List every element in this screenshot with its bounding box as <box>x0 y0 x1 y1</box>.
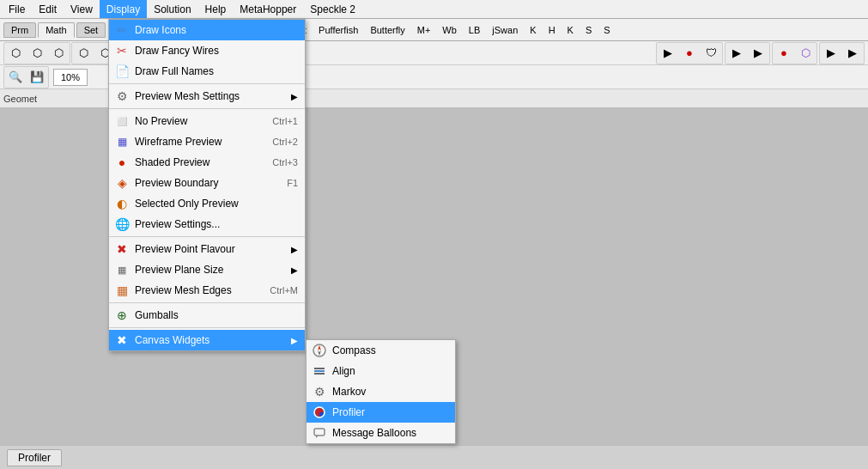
toolbar-icon-r1[interactable]: ▶ <box>658 44 678 63</box>
submenu-item-markov[interactable]: ⚙ Markov <box>307 381 455 402</box>
draw-icons-icon: ✏ <box>114 22 130 38</box>
preview-plane-size-icon: ▦ <box>114 262 130 277</box>
menu-item-shaded-preview[interactable]: ● Shaded Preview Ctrl+3 <box>109 152 305 173</box>
menu-item-no-preview[interactable]: ⬜ No Preview Ctrl+1 <box>109 111 305 131</box>
markov-icon: ⚙ <box>312 384 327 399</box>
menu-item-draw-icons[interactable]: ✏ Draw Icons <box>109 20 305 40</box>
canvas-widgets-icon: ✖ <box>114 332 130 348</box>
menu-item-selected-only-preview[interactable]: ◐ Selected Only Preview <box>109 193 305 214</box>
menu-bar: File Edit View Display Solution Help Met… <box>0 0 868 19</box>
tab-s2[interactable]: S <box>598 23 615 37</box>
menu-sep-4 <box>109 302 305 303</box>
menu-item-preview-point-flavour[interactable]: ✖ Preview Point Flavour ▶ <box>109 239 305 259</box>
menu-item-gumballs[interactable]: ⊕ Gumballs <box>109 305 305 326</box>
gumballs-icon: ⊕ <box>114 308 130 323</box>
toolbar-icon-r2[interactable]: ● <box>679 44 700 63</box>
menu-item-preview-mesh-edges[interactable]: ▦ Preview Mesh Edges Ctrl+M <box>109 280 305 301</box>
tab-set[interactable]: Set <box>76 22 106 38</box>
tab-wb[interactable]: Wb <box>437 23 462 37</box>
profiler-bar: Profiler <box>0 445 868 469</box>
toolbar-icon-r7[interactable]: ⬡ <box>795 44 816 63</box>
zoom-input[interactable] <box>53 69 88 86</box>
menu-solution[interactable]: Solution <box>147 0 197 18</box>
draw-fancy-wires-icon: ✂ <box>114 43 130 58</box>
toolbar-icon-hexagon1[interactable]: ⬡ <box>5 44 26 63</box>
compass-icon <box>312 343 327 358</box>
menu-item-canvas-widgets[interactable]: ✖ Canvas Widgets ▶ <box>109 330 305 350</box>
menu-item-preview-mesh-settings[interactable]: ⚙ Preview Mesh Settings ▶ <box>109 86 305 107</box>
toolbar-icon-hexagon3[interactable]: ⬡ <box>48 44 69 63</box>
menu-metahopper[interactable]: MetaHopper <box>233 0 303 18</box>
tab-lb[interactable]: LB <box>464 23 485 37</box>
toolbar-icon-r3[interactable]: 🛡 <box>701 44 721 63</box>
menu-item-draw-fancy-wires[interactable]: ✂ Draw Fancy Wires <box>109 40 305 61</box>
toolbar-icon-r5[interactable]: ▶ <box>748 44 768 63</box>
preview-mesh-settings-icon: ⚙ <box>114 88 130 104</box>
canvas-widgets-arrow: ▶ <box>291 336 298 345</box>
tab-butterfly[interactable]: Butterfly <box>365 23 410 37</box>
tab-math[interactable]: Math <box>38 22 74 38</box>
preview-point-flavour-icon: ✖ <box>114 241 130 257</box>
profiler-tab[interactable]: Profiler <box>7 449 62 466</box>
menu-item-wireframe-preview[interactable]: ▦ Wireframe Preview Ctrl+2 <box>109 131 305 152</box>
menu-item-preview-boundary[interactable]: ◈ Preview Boundary F1 <box>109 173 305 193</box>
submenu-item-align[interactable]: Align <box>307 361 455 381</box>
menu-file[interactable]: File <box>2 0 32 18</box>
icon-group-right3: ● ⬡ <box>772 42 817 64</box>
menu-help[interactable]: Help <box>198 0 234 18</box>
menu-item-draw-full-names[interactable]: 📄 Draw Full Names <box>109 61 305 82</box>
menu-view[interactable]: View <box>64 0 100 18</box>
menu-sep-1 <box>109 83 305 84</box>
shaded-preview-icon: ● <box>114 155 130 170</box>
toolbar-icon-hex4[interactable]: ⬡ <box>73 44 94 63</box>
menu-sep-5 <box>109 327 305 328</box>
tab-pufferfish[interactable]: Pufferfish <box>313 23 363 37</box>
menu-edit[interactable]: Edit <box>32 0 64 18</box>
toolbar-icon-hexagon2[interactable]: ⬡ <box>27 44 47 63</box>
svg-marker-1 <box>318 345 321 350</box>
toolbar-icon-2r1[interactable]: 🔍 <box>5 68 26 87</box>
tab-mplus[interactable]: M+ <box>412 23 436 37</box>
submenu-item-message-balloons[interactable]: Message Balloons <box>307 423 455 443</box>
icon-group-right1: ▶ ● 🛡 <box>656 42 723 64</box>
plane-size-arrow: ▶ <box>291 265 298 275</box>
tab-h[interactable]: H <box>543 23 561 37</box>
icon-group-row2-1: 🔍 💾 <box>3 66 49 88</box>
submenu-item-profiler[interactable]: Profiler <box>307 402 455 423</box>
selected-only-icon: ◐ <box>114 196 130 211</box>
preview-boundary-icon: ◈ <box>114 175 130 191</box>
menu-sep-2 <box>109 108 305 109</box>
wireframe-preview-icon: ▦ <box>114 134 130 149</box>
tab-jswan[interactable]: jSwan <box>487 23 523 37</box>
preview-settings-icon: 🌐 <box>114 216 130 232</box>
svg-rect-4 <box>314 370 325 372</box>
tab-k1[interactable]: K <box>525 23 541 37</box>
menu-item-preview-settings[interactable]: 🌐 Preview Settings... <box>109 214 305 234</box>
profiler-icon <box>312 405 327 420</box>
tab-s1[interactable]: S <box>580 23 597 37</box>
message-balloons-icon <box>312 425 327 441</box>
svg-marker-2 <box>318 350 321 356</box>
menu-display[interactable]: Display <box>100 0 147 18</box>
submenu-item-compass[interactable]: Compass <box>307 340 455 361</box>
menu-item-preview-plane-size[interactable]: ▦ Preview Plane Size ▶ <box>109 259 305 280</box>
no-preview-icon: ⬜ <box>114 113 130 129</box>
svg-rect-7 <box>314 429 325 436</box>
tab-prm[interactable]: Prm <box>3 22 36 38</box>
svg-rect-5 <box>314 373 325 375</box>
svg-marker-8 <box>316 436 319 438</box>
toolbar-icon-2r2[interactable]: 💾 <box>27 68 47 87</box>
geometry-label: Geomet <box>3 94 37 104</box>
align-icon <box>312 363 327 379</box>
canvas-widgets-submenu[interactable]: Compass Align ⚙ Markov Profiler <box>306 339 456 444</box>
tab-k2[interactable]: K <box>562 23 579 37</box>
icon-group-right2: ▶ ▶ <box>725 42 770 64</box>
toolbar-icon-r8[interactable]: ▶ <box>821 44 841 63</box>
display-menu[interactable]: ✏ Draw Icons ✂ Draw Fancy Wires 📄 Draw F… <box>108 19 306 351</box>
toolbar-icon-r4[interactable]: ▶ <box>726 44 747 63</box>
icon-group-right4: ▶ ▶ <box>819 42 865 64</box>
menu-speckle2[interactable]: Speckle 2 <box>303 0 362 18</box>
toolbar-icon-r9[interactable]: ▶ <box>842 44 863 63</box>
icon-group-1: ⬡ ⬡ ⬡ <box>3 42 70 64</box>
toolbar-icon-r6[interactable]: ● <box>774 44 794 63</box>
